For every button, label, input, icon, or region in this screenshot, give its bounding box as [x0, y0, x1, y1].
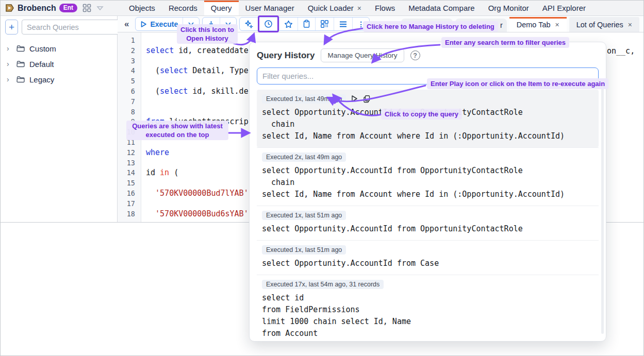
- history-scrollbar[interactable]: [601, 89, 604, 334]
- replay-icon[interactable]: [351, 95, 358, 103]
- execute-label: Execute: [150, 20, 178, 28]
- code-text: [141, 56, 146, 66]
- app-launcher-icon[interactable]: [82, 4, 91, 12]
- search-queries-input[interactable]: [22, 20, 128, 35]
- history-query-text: select Opportunity.AccountId from Opport…: [262, 223, 593, 235]
- execution-badge: Executed 1x, last 51m ago: [262, 211, 346, 220]
- history-item[interactable]: Executed 1x, last 51m ago select Opportu…: [257, 240, 599, 275]
- execute-button[interactable]: Execute: [136, 18, 183, 30]
- favorites-button[interactable]: [279, 18, 298, 30]
- nav-tab[interactable]: API Explorer ×: [536, 1, 592, 15]
- manage-query-history-button[interactable]: Manage Query History: [321, 48, 404, 62]
- code-text: [141, 199, 146, 209]
- history-item-actions: [351, 95, 371, 103]
- annotation-latest-top: Queries are show with latest executed on…: [126, 121, 228, 140]
- brobench-logo-icon: [5, 3, 14, 13]
- annotation-manage-history: Click here to Manage History to deleting: [363, 21, 498, 32]
- document-tab[interactable]: Demo Tab ×: [509, 17, 567, 32]
- collapse-sidebar-icon[interactable]: «: [121, 19, 133, 29]
- format-list-button[interactable]: [334, 18, 352, 30]
- line-number: 15: [118, 178, 141, 189]
- code-text: (select Detail, Type: [141, 66, 249, 76]
- nav-tab-label: Flows: [375, 4, 395, 12]
- help-icon[interactable]: ?: [410, 50, 420, 60]
- top-nav: Brobench Ent Objects × Records × Query ×: [1, 1, 643, 16]
- nav-tabs: Objects × Records × Query × User Manager…: [122, 1, 592, 15]
- ai-assist-button[interactable]: [240, 18, 258, 30]
- code-text: [141, 107, 146, 117]
- line-number: 18: [118, 209, 141, 219]
- code-text: id in (: [141, 168, 178, 178]
- query-folder-tree: › Custom › Default › Legacy: [1, 38, 117, 87]
- brand: Brobench Ent: [1, 1, 109, 15]
- nav-tab[interactable]: Org Monitor ×: [482, 1, 536, 15]
- nav-tab[interactable]: Quick Loader ×: [301, 1, 368, 15]
- code-text: [141, 158, 146, 168]
- code-text: [141, 97, 146, 107]
- nav-tab[interactable]: Objects ×: [122, 1, 162, 15]
- line-number: 8: [118, 107, 141, 117]
- history-icon-highlight: [258, 15, 279, 32]
- close-icon[interactable]: ×: [357, 4, 361, 12]
- line-number: 12: [118, 148, 141, 158]
- query-history-button[interactable]: [259, 17, 277, 31]
- folder-icon: [16, 45, 25, 52]
- query-plan-button[interactable]: [315, 18, 334, 30]
- history-item[interactable]: Executed 17x, last 54m ago, 31 records s…: [257, 275, 599, 342]
- code-text: '570KV00000Bud6sYAB': [141, 209, 249, 219]
- copy-query-button[interactable]: [298, 18, 315, 30]
- nav-tab[interactable]: Query ×: [204, 1, 239, 15]
- code-text: '570KV00000Bud7lYAB': [141, 189, 249, 199]
- history-query-text: select Opportunity.AccountId from Opport…: [262, 165, 593, 200]
- folder-tree-item[interactable]: › Custom: [1, 41, 117, 56]
- history-item[interactable]: Executed 2x, last 49m ago select Opportu…: [257, 147, 599, 206]
- line-number: 13: [118, 158, 141, 168]
- code-text: [141, 36, 146, 46]
- execution-badge: Executed 17x, last 54m ago, 31 records: [262, 280, 384, 289]
- query-sidebar: + › Custom › Default › L: [1, 16, 118, 222]
- app-title: Brobench: [18, 4, 56, 13]
- nav-tab[interactable]: Metadata Compare ×: [402, 1, 481, 15]
- close-icon[interactable]: ×: [555, 21, 559, 29]
- history-list: Executed 1x, last 49m ago select Opportu…: [257, 90, 599, 342]
- folder-label: Legacy: [29, 75, 54, 84]
- line-number: 14: [118, 168, 141, 178]
- history-item[interactable]: Executed 1x, last 51m ago select Opportu…: [257, 206, 599, 240]
- document-tab[interactable]: Lot of Queries ×: [569, 17, 639, 32]
- copy-icon[interactable]: [363, 95, 371, 103]
- sparkle-icon: [244, 20, 253, 28]
- app-window: Brobench Ent Objects × Records × Query ×: [0, 0, 644, 356]
- folder-icon: [16, 76, 25, 83]
- nav-tab-label: Objects: [129, 4, 155, 12]
- panel-title: Query History: [257, 50, 315, 61]
- document-tab-label: Lot of Queries: [576, 21, 623, 29]
- line-number: 17: [118, 199, 141, 209]
- nav-tab-label: User Manager: [245, 4, 294, 12]
- nav-tab[interactable]: Records ×: [162, 1, 204, 15]
- folder-label: Custom: [29, 44, 56, 53]
- folder-icon: [16, 60, 25, 67]
- line-number: 16: [118, 189, 141, 199]
- execution-badge: Executed 1x, last 49m ago: [262, 94, 346, 104]
- code-text: [141, 76, 146, 87]
- history-query-text: select id from FieldPermissions limit 10…: [262, 292, 593, 340]
- nav-tab[interactable]: User Manager ×: [239, 1, 301, 15]
- folder-tree-item[interactable]: › Default: [1, 56, 117, 72]
- code-text: [141, 178, 146, 189]
- folder-tree-item[interactable]: › Legacy: [1, 72, 117, 87]
- chevron-right-icon[interactable]: ›: [7, 75, 12, 83]
- execution-badge: Executed 2x, last 49m ago: [262, 152, 346, 162]
- chevron-right-icon[interactable]: ›: [7, 60, 12, 68]
- code-text: select id, createddate: [141, 46, 249, 56]
- org-dropdown-icon[interactable]: [96, 6, 104, 11]
- chevron-right-icon[interactable]: ›: [7, 44, 12, 53]
- play-icon: [140, 21, 147, 28]
- add-query-button[interactable]: +: [5, 20, 18, 35]
- nav-tab[interactable]: Flows ×: [368, 1, 402, 15]
- nav-tab-label: Metadata Compare: [408, 4, 474, 12]
- line-number: 4: [118, 66, 141, 76]
- execution-badge: Executed 1x, last 51m ago: [262, 245, 346, 255]
- line-number: 3: [118, 56, 141, 66]
- line-number: 2: [118, 46, 141, 56]
- close-icon[interactable]: ×: [628, 21, 632, 29]
